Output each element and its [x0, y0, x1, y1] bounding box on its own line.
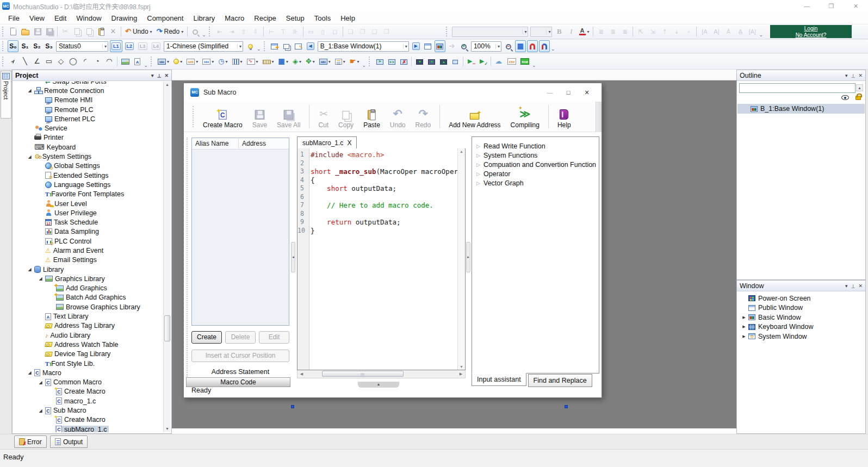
- download-usb-button[interactable]: [414, 55, 425, 67]
- editor-vertical-scrollbar[interactable]: ▲ ▼: [457, 148, 465, 370]
- expander-open-icon[interactable]: ◢: [26, 370, 33, 375]
- clock-component-button[interactable]: ◷▾: [216, 55, 229, 67]
- chevron-down-icon[interactable]: ▾: [256, 59, 258, 64]
- scroll-right-icon[interactable]: ▶: [457, 370, 465, 378]
- window-properties-button[interactable]: [293, 40, 304, 52]
- chevron-down-icon[interactable]: ▾: [212, 59, 214, 64]
- tree-item-plc-control[interactable]: PLC Control: [13, 236, 163, 246]
- chevron-down-icon[interactable]: ▾: [299, 59, 301, 64]
- language4-button[interactable]: L4: [150, 40, 163, 52]
- alias-name-column-header[interactable]: Alias Name: [192, 138, 239, 149]
- text-display-component-button[interactable]: ▾: [201, 55, 215, 67]
- pin-icon[interactable]: ⊤: [157, 71, 162, 80]
- editor-tab-close-icon[interactable]: X: [347, 139, 351, 147]
- meter-component-button[interactable]: ▾: [231, 55, 244, 67]
- save-all-button[interactable]: Save All: [272, 102, 305, 132]
- error-tab[interactable]: Error: [14, 435, 47, 448]
- tab-input-assistant[interactable]: Input assistant: [472, 373, 526, 386]
- tree-item-ethernet-plc[interactable]: Ethernet PLC: [13, 114, 163, 123]
- no-account-link[interactable]: No Account?: [770, 32, 852, 39]
- scroll-down-icon[interactable]: ▼: [460, 365, 463, 369]
- assistant-item-compuation-and-convertion-function[interactable]: ▷Compuation and Convertion Function: [476, 160, 599, 169]
- chevron-down-icon[interactable]: ▾: [226, 59, 228, 64]
- zoom-out-button[interactable]: [503, 40, 514, 52]
- project-tree-scrollbar[interactable]: ▲ ▼: [163, 82, 171, 432]
- tree-item-macro[interactable]: ◢Macro: [13, 368, 163, 377]
- expander-closed-icon[interactable]: ▶: [741, 315, 747, 320]
- menu-library[interactable]: Library: [188, 14, 220, 22]
- component-toolbar-overflow[interactable]: ⌄: [362, 63, 367, 68]
- expander-open-icon[interactable]: ◢: [26, 154, 33, 159]
- expander-open-icon[interactable]: ◢: [37, 380, 44, 385]
- compile-button[interactable]: [374, 55, 385, 67]
- polyline-tool-button[interactable]: ∠: [32, 55, 42, 67]
- visibility-eye-icon[interactable]: [841, 95, 849, 100]
- chevron-down-icon[interactable]: ▾: [313, 59, 315, 64]
- image-tool-button[interactable]: [120, 55, 131, 67]
- edit-button[interactable]: Edit: [259, 331, 289, 344]
- language2-button[interactable]: L2: [123, 40, 136, 52]
- lock-icon[interactable]: [855, 96, 861, 100]
- editor-horizontal-scrollbar[interactable]: ◀ ||| ▶: [297, 370, 466, 378]
- language3-button[interactable]: L3: [137, 40, 149, 52]
- same-width-button[interactable]: ▭: [306, 26, 317, 38]
- polygon-tool-button[interactable]: ◇: [55, 55, 66, 67]
- tree-item-create-macro[interactable]: Create Macro: [13, 415, 163, 425]
- expander-closed-icon[interactable]: ▷: [476, 162, 483, 167]
- minimize-button[interactable]: —: [795, 1, 819, 12]
- table-component-button[interactable]: ▦▾: [277, 55, 290, 67]
- tree-item-graphics-library[interactable]: ◢Graphics Library: [13, 274, 163, 283]
- chevron-down-icon[interactable]: ▾: [357, 59, 359, 64]
- menu-file[interactable]: File: [3, 14, 24, 22]
- assistant-item-read-write-function[interactable]: ▷Read Write Function: [476, 141, 599, 151]
- text-align-center-button[interactable]: ≣: [607, 26, 618, 38]
- tree-item-device-tag-library[interactable]: Device Tag Library: [13, 350, 163, 359]
- align-bottom-button[interactable]: ⇩: [250, 26, 261, 38]
- chevron-down-icon[interactable]: ▾: [328, 59, 331, 64]
- expander-closed-icon[interactable]: ▶: [741, 334, 747, 339]
- status-toolbar-overflow[interactable]: ⌄: [257, 46, 261, 52]
- tab-find-and-replace[interactable]: Find and Replace: [528, 374, 592, 387]
- language-combo[interactable]: 1-Chinese (Simplified▾: [164, 41, 243, 52]
- status-combo[interactable]: Status0▾: [56, 41, 108, 52]
- tree-item-alarm-and-event[interactable]: Alarm and Event: [13, 246, 163, 255]
- pin-icon[interactable]: ⊤: [851, 71, 855, 80]
- goto-window-button[interactable]: ➔: [447, 40, 457, 52]
- pos-top-left-button[interactable]: ⇱: [635, 26, 646, 38]
- create-macro-button[interactable]: Create Macro: [198, 102, 247, 132]
- maximize-button[interactable]: ❐: [819, 1, 844, 12]
- window-tree-item-system-window[interactable]: ▶System Window: [737, 332, 864, 341]
- tree-item-sub-macro[interactable]: ◢Sub Macro: [13, 406, 163, 415]
- save-button[interactable]: [32, 26, 43, 38]
- outline-search-input[interactable]: [739, 83, 855, 93]
- tree-item-system-settings[interactable]: ◢System Settings: [13, 152, 163, 161]
- tree-item-swap-serial-ports[interactable]: Swap Serial Ports: [13, 82, 163, 86]
- expander-closed-icon[interactable]: ▷: [476, 153, 483, 158]
- tree-item-address-tag-library[interactable]: Address Tag Library: [13, 321, 163, 331]
- tree-item-email-settings[interactable]: Email Settings: [13, 256, 163, 265]
- close-icon[interactable]: ✕: [858, 281, 863, 291]
- menu-macro[interactable]: Macro: [220, 14, 249, 22]
- dialog-close-button[interactable]: ✕: [578, 86, 596, 98]
- language1-button[interactable]: L1: [110, 40, 122, 52]
- scrollbar-thumb[interactable]: |||: [322, 371, 404, 377]
- expander-open-icon[interactable]: ◢: [26, 88, 33, 93]
- tree-item-user-level[interactable]: User Level: [13, 199, 163, 208]
- tree-item-library[interactable]: ◢Library: [13, 265, 163, 274]
- assistant-item-system-functions[interactable]: ▷System Functions: [476, 151, 599, 160]
- paste-button[interactable]: [96, 26, 107, 38]
- panel-menu-icon[interactable]: ▾: [151, 71, 154, 80]
- copy-button[interactable]: Copy: [333, 102, 358, 132]
- same-height-button[interactable]: ▯: [318, 26, 328, 38]
- send-backward-button[interactable]: ❒: [381, 26, 392, 38]
- copy-button[interactable]: [72, 26, 83, 38]
- close-icon[interactable]: ✕: [858, 71, 863, 80]
- valve-component-button[interactable]: ◈▾: [291, 55, 303, 67]
- create-button[interactable]: Create: [191, 331, 222, 344]
- current-window-combo[interactable]: B_1:Base Window(1)▾: [318, 41, 409, 52]
- delete-button[interactable]: ✕: [108, 26, 119, 38]
- upload-button[interactable]: [438, 55, 449, 67]
- new-window-button[interactable]: [269, 40, 280, 52]
- address-column-header[interactable]: Address: [239, 138, 269, 149]
- tree-item-global-settings[interactable]: Global Settings: [13, 161, 163, 171]
